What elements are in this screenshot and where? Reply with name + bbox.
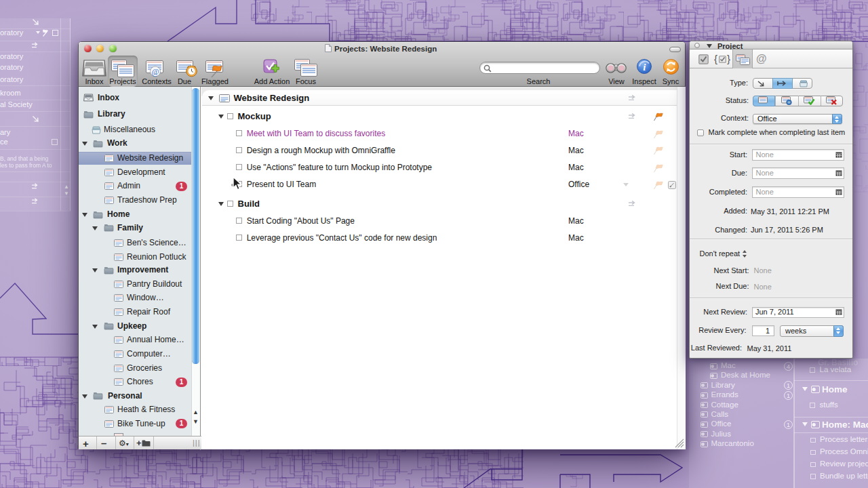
svg-text:@: @ bbox=[151, 67, 159, 77]
